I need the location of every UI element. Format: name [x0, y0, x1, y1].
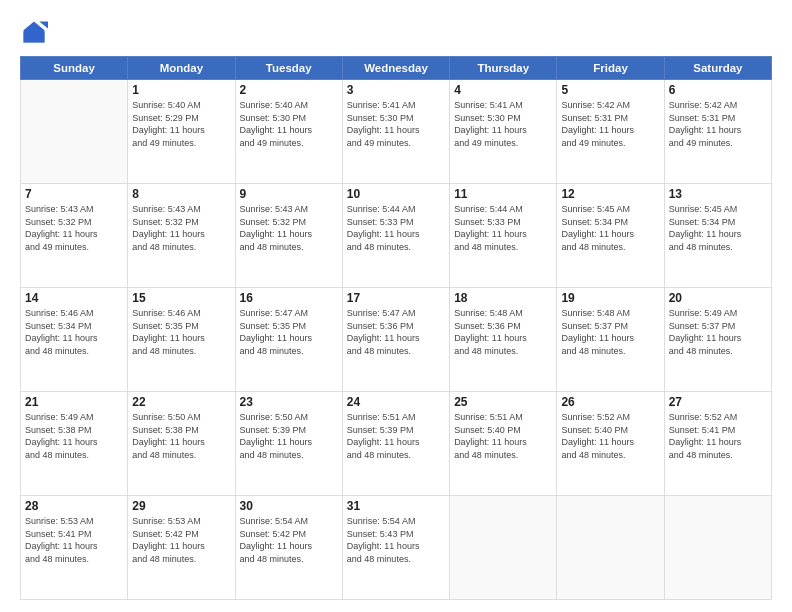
calendar-cell: [450, 496, 557, 600]
week-row-1: 7Sunrise: 5:43 AM Sunset: 5:32 PM Daylig…: [21, 184, 772, 288]
calendar-cell: 13Sunrise: 5:45 AM Sunset: 5:34 PM Dayli…: [664, 184, 771, 288]
weekday-header-monday: Monday: [128, 57, 235, 80]
calendar-cell: 8Sunrise: 5:43 AM Sunset: 5:32 PM Daylig…: [128, 184, 235, 288]
day-info: Sunrise: 5:52 AM Sunset: 5:41 PM Dayligh…: [669, 411, 767, 461]
calendar-cell: 5Sunrise: 5:42 AM Sunset: 5:31 PM Daylig…: [557, 80, 664, 184]
day-info: Sunrise: 5:50 AM Sunset: 5:38 PM Dayligh…: [132, 411, 230, 461]
calendar-cell: 20Sunrise: 5:49 AM Sunset: 5:37 PM Dayli…: [664, 288, 771, 392]
calendar-cell: 7Sunrise: 5:43 AM Sunset: 5:32 PM Daylig…: [21, 184, 128, 288]
calendar-cell: 26Sunrise: 5:52 AM Sunset: 5:40 PM Dayli…: [557, 392, 664, 496]
day-info: Sunrise: 5:46 AM Sunset: 5:34 PM Dayligh…: [25, 307, 123, 357]
day-number: 16: [240, 291, 338, 305]
calendar-cell: 27Sunrise: 5:52 AM Sunset: 5:41 PM Dayli…: [664, 392, 771, 496]
weekday-header-saturday: Saturday: [664, 57, 771, 80]
calendar-cell: 18Sunrise: 5:48 AM Sunset: 5:36 PM Dayli…: [450, 288, 557, 392]
day-number: 2: [240, 83, 338, 97]
weekday-header-thursday: Thursday: [450, 57, 557, 80]
day-number: 1: [132, 83, 230, 97]
day-info: Sunrise: 5:43 AM Sunset: 5:32 PM Dayligh…: [132, 203, 230, 253]
day-number: 18: [454, 291, 552, 305]
day-number: 30: [240, 499, 338, 513]
calendar-cell: 25Sunrise: 5:51 AM Sunset: 5:40 PM Dayli…: [450, 392, 557, 496]
day-number: 26: [561, 395, 659, 409]
day-info: Sunrise: 5:43 AM Sunset: 5:32 PM Dayligh…: [25, 203, 123, 253]
week-row-2: 14Sunrise: 5:46 AM Sunset: 5:34 PM Dayli…: [21, 288, 772, 392]
day-number: 7: [25, 187, 123, 201]
day-info: Sunrise: 5:54 AM Sunset: 5:43 PM Dayligh…: [347, 515, 445, 565]
day-info: Sunrise: 5:46 AM Sunset: 5:35 PM Dayligh…: [132, 307, 230, 357]
weekday-header-tuesday: Tuesday: [235, 57, 342, 80]
calendar-cell: 22Sunrise: 5:50 AM Sunset: 5:38 PM Dayli…: [128, 392, 235, 496]
calendar-cell: 19Sunrise: 5:48 AM Sunset: 5:37 PM Dayli…: [557, 288, 664, 392]
day-number: 29: [132, 499, 230, 513]
calendar-cell: [664, 496, 771, 600]
calendar-table: SundayMondayTuesdayWednesdayThursdayFrid…: [20, 56, 772, 600]
day-info: Sunrise: 5:47 AM Sunset: 5:36 PM Dayligh…: [347, 307, 445, 357]
day-info: Sunrise: 5:54 AM Sunset: 5:42 PM Dayligh…: [240, 515, 338, 565]
weekday-header-wednesday: Wednesday: [342, 57, 449, 80]
day-info: Sunrise: 5:42 AM Sunset: 5:31 PM Dayligh…: [669, 99, 767, 149]
day-info: Sunrise: 5:50 AM Sunset: 5:39 PM Dayligh…: [240, 411, 338, 461]
logo-icon: [20, 18, 48, 46]
day-info: Sunrise: 5:49 AM Sunset: 5:38 PM Dayligh…: [25, 411, 123, 461]
calendar-cell: 21Sunrise: 5:49 AM Sunset: 5:38 PM Dayli…: [21, 392, 128, 496]
day-info: Sunrise: 5:42 AM Sunset: 5:31 PM Dayligh…: [561, 99, 659, 149]
day-info: Sunrise: 5:45 AM Sunset: 5:34 PM Dayligh…: [561, 203, 659, 253]
calendar-cell: 6Sunrise: 5:42 AM Sunset: 5:31 PM Daylig…: [664, 80, 771, 184]
header: [20, 18, 772, 46]
calendar-cell: 1Sunrise: 5:40 AM Sunset: 5:29 PM Daylig…: [128, 80, 235, 184]
calendar-cell: 31Sunrise: 5:54 AM Sunset: 5:43 PM Dayli…: [342, 496, 449, 600]
weekday-header-sunday: Sunday: [21, 57, 128, 80]
day-info: Sunrise: 5:40 AM Sunset: 5:29 PM Dayligh…: [132, 99, 230, 149]
day-info: Sunrise: 5:44 AM Sunset: 5:33 PM Dayligh…: [454, 203, 552, 253]
day-number: 6: [669, 83, 767, 97]
day-info: Sunrise: 5:48 AM Sunset: 5:36 PM Dayligh…: [454, 307, 552, 357]
logo: [20, 18, 52, 46]
day-info: Sunrise: 5:48 AM Sunset: 5:37 PM Dayligh…: [561, 307, 659, 357]
day-number: 21: [25, 395, 123, 409]
day-info: Sunrise: 5:51 AM Sunset: 5:39 PM Dayligh…: [347, 411, 445, 461]
day-number: 25: [454, 395, 552, 409]
week-row-3: 21Sunrise: 5:49 AM Sunset: 5:38 PM Dayli…: [21, 392, 772, 496]
day-number: 8: [132, 187, 230, 201]
day-info: Sunrise: 5:47 AM Sunset: 5:35 PM Dayligh…: [240, 307, 338, 357]
calendar-cell: 23Sunrise: 5:50 AM Sunset: 5:39 PM Dayli…: [235, 392, 342, 496]
calendar-cell: 16Sunrise: 5:47 AM Sunset: 5:35 PM Dayli…: [235, 288, 342, 392]
day-number: 23: [240, 395, 338, 409]
day-info: Sunrise: 5:43 AM Sunset: 5:32 PM Dayligh…: [240, 203, 338, 253]
page: SundayMondayTuesdayWednesdayThursdayFrid…: [0, 0, 792, 612]
calendar-cell: 29Sunrise: 5:53 AM Sunset: 5:42 PM Dayli…: [128, 496, 235, 600]
calendar-cell: [557, 496, 664, 600]
calendar-cell: 15Sunrise: 5:46 AM Sunset: 5:35 PM Dayli…: [128, 288, 235, 392]
day-number: 4: [454, 83, 552, 97]
day-number: 31: [347, 499, 445, 513]
calendar-cell: 28Sunrise: 5:53 AM Sunset: 5:41 PM Dayli…: [21, 496, 128, 600]
calendar-cell: 10Sunrise: 5:44 AM Sunset: 5:33 PM Dayli…: [342, 184, 449, 288]
calendar-cell: 4Sunrise: 5:41 AM Sunset: 5:30 PM Daylig…: [450, 80, 557, 184]
day-info: Sunrise: 5:53 AM Sunset: 5:41 PM Dayligh…: [25, 515, 123, 565]
day-info: Sunrise: 5:41 AM Sunset: 5:30 PM Dayligh…: [454, 99, 552, 149]
weekday-header-row: SundayMondayTuesdayWednesdayThursdayFrid…: [21, 57, 772, 80]
day-number: 14: [25, 291, 123, 305]
day-number: 24: [347, 395, 445, 409]
day-info: Sunrise: 5:49 AM Sunset: 5:37 PM Dayligh…: [669, 307, 767, 357]
day-info: Sunrise: 5:41 AM Sunset: 5:30 PM Dayligh…: [347, 99, 445, 149]
calendar-cell: 17Sunrise: 5:47 AM Sunset: 5:36 PM Dayli…: [342, 288, 449, 392]
day-number: 5: [561, 83, 659, 97]
day-info: Sunrise: 5:53 AM Sunset: 5:42 PM Dayligh…: [132, 515, 230, 565]
day-number: 10: [347, 187, 445, 201]
calendar-cell: 11Sunrise: 5:44 AM Sunset: 5:33 PM Dayli…: [450, 184, 557, 288]
day-info: Sunrise: 5:51 AM Sunset: 5:40 PM Dayligh…: [454, 411, 552, 461]
day-number: 12: [561, 187, 659, 201]
day-info: Sunrise: 5:44 AM Sunset: 5:33 PM Dayligh…: [347, 203, 445, 253]
day-number: 20: [669, 291, 767, 305]
day-number: 13: [669, 187, 767, 201]
calendar-cell: [21, 80, 128, 184]
svg-rect-2: [24, 32, 45, 43]
calendar-cell: 9Sunrise: 5:43 AM Sunset: 5:32 PM Daylig…: [235, 184, 342, 288]
day-number: 19: [561, 291, 659, 305]
week-row-4: 28Sunrise: 5:53 AM Sunset: 5:41 PM Dayli…: [21, 496, 772, 600]
week-row-0: 1Sunrise: 5:40 AM Sunset: 5:29 PM Daylig…: [21, 80, 772, 184]
calendar-cell: 2Sunrise: 5:40 AM Sunset: 5:30 PM Daylig…: [235, 80, 342, 184]
calendar-cell: 30Sunrise: 5:54 AM Sunset: 5:42 PM Dayli…: [235, 496, 342, 600]
